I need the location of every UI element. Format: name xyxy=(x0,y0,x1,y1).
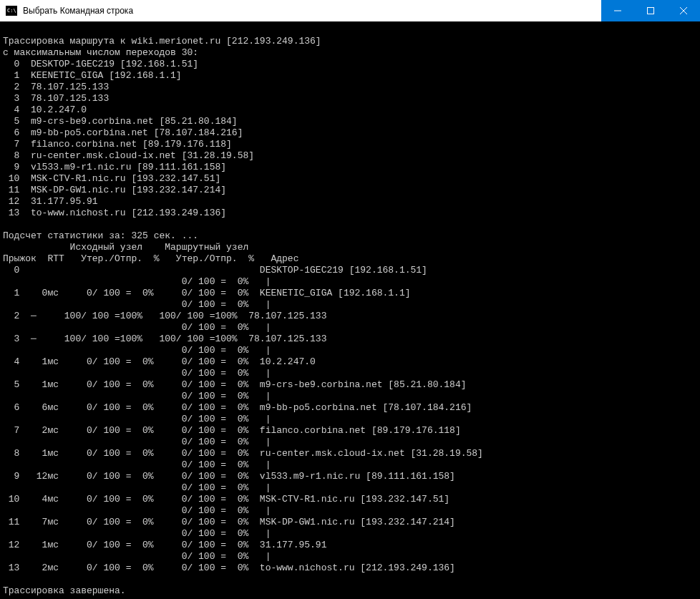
window-controls xyxy=(601,0,700,21)
route-line: 11 MSK-DP-GW1.nic.ru [193.232.147.214] xyxy=(3,185,226,195)
route-line: 1 KEENETIC_GIGA [192.168.1.1] xyxy=(3,70,182,81)
blank-line xyxy=(3,24,9,35)
stats-line: 0/ 100 = 0% | xyxy=(3,528,271,539)
stats-line: 4 1мс 0/ 100 = 0% 0/ 100 = 0% 10.2.247.0 xyxy=(3,356,316,367)
stats-col-header: Исходный узел Маршрутный узел xyxy=(3,242,248,253)
route-line: 13 to-www.nichost.ru [212.193.249.136] xyxy=(3,208,226,218)
stats-line: 2 ─ 100/ 100 =100% 100/ 100 =100% 78.107… xyxy=(3,311,326,321)
route-line: 7 filanco.corbina.net [89.179.176.118] xyxy=(3,139,232,150)
stats-line: 0/ 100 = 0% | xyxy=(3,482,271,493)
stats-line: 0/ 100 = 0% | xyxy=(3,437,271,447)
stats-line: 0/ 100 = 0% | xyxy=(3,391,271,401)
stats-line: 7 2мс 0/ 100 = 0% 0/ 100 = 0% filanco.co… xyxy=(3,425,461,436)
route-line: 0 DESKTOP-1GEC219 [192.168.1.51] xyxy=(3,59,198,69)
stats-line: 12 1мс 0/ 100 = 0% 0/ 100 = 0% 31.177.95… xyxy=(3,540,326,550)
stats-line: 9 12мс 0/ 100 = 0% 0/ 100 = 0% vl533.m9-… xyxy=(3,471,455,482)
blank-line xyxy=(3,219,9,230)
route-line: 3 78.107.125.133 xyxy=(3,93,109,104)
route-line: 9 vl533.m9-r1.nic.ru [89.111.161.158] xyxy=(3,162,226,172)
close-button[interactable] xyxy=(667,0,700,21)
stats-line: 13 2мс 0/ 100 = 0% 0/ 100 = 0% to-www.ni… xyxy=(3,563,455,573)
stats-line: 10 4мс 0/ 100 = 0% 0/ 100 = 0% MSK-CTV-R… xyxy=(3,494,449,505)
stats-line: 0/ 100 = 0% | xyxy=(3,276,271,287)
route-line: 5 m9-crs-be9.corbina.net [85.21.80.184] xyxy=(3,116,238,127)
stats-line: 0/ 100 = 0% | xyxy=(3,459,271,470)
minimize-button[interactable] xyxy=(601,0,634,21)
route-line: 12 31.177.95.91 xyxy=(3,196,98,207)
route-line: 8 ru-center.msk.cloud-ix.net [31.28.19.5… xyxy=(3,150,254,161)
app-icon: C:\ xyxy=(4,5,19,16)
trace-complete: Трассировка завершена. xyxy=(3,585,126,596)
window-titlebar[interactable]: C:\ Выбрать Командная строка xyxy=(0,0,700,21)
stats-line: 0/ 100 = 0% | xyxy=(3,414,271,424)
stats-line: 0/ 100 = 0% | xyxy=(3,368,271,379)
terminal-output[interactable]: Трассировка маршрута к wiki.merionet.ru … xyxy=(0,21,700,599)
stats-line: 3 ─ 100/ 100 =100% 100/ 100 =100% 78.107… xyxy=(3,333,326,344)
stats-line: 1 0мс 0/ 100 = 0% 0/ 100 = 0% KEENETIC_G… xyxy=(3,288,411,298)
route-line: 4 10.2.247.0 xyxy=(3,104,87,115)
stats-line: 0/ 100 = 0% | xyxy=(3,551,271,562)
trace-header: Трассировка маршрута к wiki.merionet.ru … xyxy=(3,36,321,47)
window-title: Выбрать Командная строка xyxy=(23,6,601,16)
stats-line: 11 7мс 0/ 100 = 0% 0/ 100 = 0% MSK-DP-GW… xyxy=(3,517,455,527)
stats-line: 0/ 100 = 0% | xyxy=(3,322,271,333)
blank-line xyxy=(3,574,9,585)
route-line: 6 m9-bb-po5.corbina.net [78.107.184.216] xyxy=(3,127,243,138)
stats-col-header: Прыжок RTT Утер./Отпр. % Утер./Отпр. % А… xyxy=(3,253,298,264)
stats-header: Подсчет статистики за: 325 сек. ... xyxy=(3,230,198,241)
maximize-button[interactable] xyxy=(634,0,667,21)
stats-line: 5 1мс 0/ 100 = 0% 0/ 100 = 0% m9-crs-be9… xyxy=(3,379,467,390)
stats-line: 0/ 100 = 0% | xyxy=(3,299,271,310)
stats-line: 0/ 100 = 0% | xyxy=(3,505,271,516)
svg-rect-4 xyxy=(648,8,654,14)
svg-text:C:\: C:\ xyxy=(7,8,16,14)
trace-hops-header: с максимальным числом переходов 30: xyxy=(3,47,198,58)
stats-line: 8 1мс 0/ 100 = 0% 0/ 100 = 0% ru-center.… xyxy=(3,448,483,459)
stats-line: 6 6мс 0/ 100 = 0% 0/ 100 = 0% m9-bb-po5.… xyxy=(3,402,472,413)
stats-line: 0/ 100 = 0% | xyxy=(3,345,271,356)
route-line: 10 MSK-CTV-R1.nic.ru [193.232.147.51] xyxy=(3,173,220,184)
route-line: 2 78.107.125.133 xyxy=(3,82,109,92)
stats-line: 0 DESKTOP-1GEC219 [192.168.1.51] xyxy=(3,265,427,276)
